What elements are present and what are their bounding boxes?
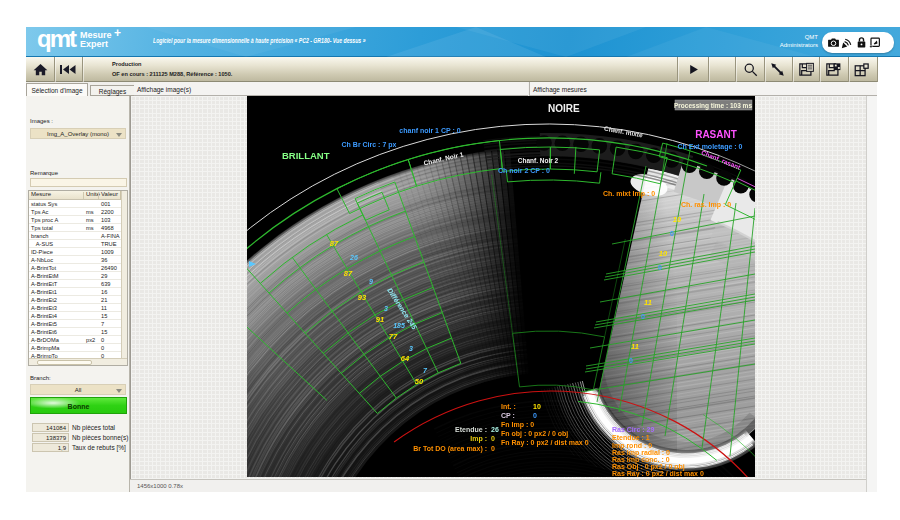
svg-text:0: 0 [491, 445, 495, 452]
svg-text:Int. :: Int. : [501, 403, 516, 410]
svg-text:26: 26 [491, 426, 499, 433]
svg-text:9: 9 [369, 278, 373, 285]
svg-text:3: 3 [384, 305, 388, 312]
svg-text:77: 77 [389, 332, 398, 341]
svg-text:87: 87 [344, 269, 353, 278]
svg-text:0: 0 [533, 412, 537, 419]
svg-text:Ras Ray : 0 px2 / dist max 0: Ras Ray : 0 px2 / dist max 0 [612, 470, 704, 477]
svg-text:RASANT: RASANT [695, 129, 737, 140]
svg-text:10: 10 [673, 215, 682, 224]
svg-text:26: 26 [349, 254, 358, 261]
svg-text:64: 64 [401, 354, 410, 363]
svg-text:11: 11 [631, 342, 639, 351]
svg-text:Fn Ray : 0 px2 / dist max 0: Fn Ray : 0 px2 / dist max 0 [501, 439, 589, 447]
svg-text:10: 10 [533, 403, 541, 410]
svg-text:Etendue :: Etendue : [455, 426, 487, 433]
svg-text:Processing time : 103 ms: Processing time : 103 ms [674, 102, 752, 110]
svg-text:185: 185 [393, 322, 405, 329]
svg-text:10: 10 [659, 249, 668, 258]
svg-text:3: 3 [409, 345, 413, 352]
svg-text:93: 93 [358, 293, 367, 302]
svg-text:CP :: CP : [501, 412, 515, 419]
svg-text:Chanf. Noir 2: Chanf. Noir 2 [518, 157, 559, 164]
svg-text:11: 11 [644, 298, 652, 307]
svg-text:0: 0 [658, 264, 662, 271]
svg-text:Ch Br Circ : 7 px: Ch Br Circ : 7 px [342, 141, 397, 149]
svg-text:Ch Ext moletage : 0: Ch Ext moletage : 0 [678, 143, 743, 151]
svg-text:Etendue : 1: Etendue : 1 [612, 434, 650, 441]
svg-text:Imp :: Imp : [470, 435, 487, 443]
svg-text:chanf noir 1 CP : 0: chanf noir 1 CP : 0 [399, 127, 460, 134]
svg-text:BRILLANT: BRILLANT [282, 150, 330, 161]
svg-text:NOIRE: NOIRE [548, 103, 580, 114]
svg-text:Ch. mixt Imp : 0: Ch. mixt Imp : 0 [603, 190, 655, 198]
svg-text:0: 0 [491, 435, 495, 442]
svg-text:50: 50 [415, 377, 424, 386]
svg-text:Ch noir 2 CP : 0: Ch noir 2 CP : 0 [498, 167, 550, 174]
svg-text:0: 0 [670, 230, 674, 237]
svg-text:Fn Imp : 0: Fn Imp : 0 [501, 421, 534, 429]
svg-text:87: 87 [330, 239, 339, 248]
svg-text:Fn obj : 0 px2 / 0 obj: Fn obj : 0 px2 / 0 obj [501, 430, 568, 438]
svg-text:0: 0 [629, 357, 633, 364]
svg-text:0: 0 [641, 313, 645, 320]
svg-text:Ras Circ : 29: Ras Circ : 29 [612, 426, 655, 433]
svg-text:91: 91 [376, 315, 384, 324]
svg-text:Br Tot DO (area max) :: Br Tot DO (area max) : [413, 445, 487, 453]
svg-text:Ch. ras. Imp : 0: Ch. ras. Imp : 0 [681, 201, 731, 209]
